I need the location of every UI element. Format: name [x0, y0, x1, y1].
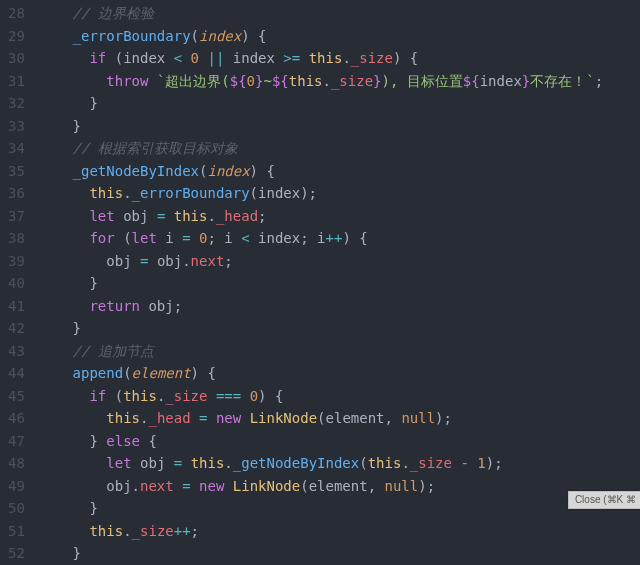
code-line[interactable]: let obj = this._getNodeByIndex(this._siz… — [39, 452, 640, 475]
code-line[interactable]: } — [39, 272, 640, 295]
line-number: 35 — [8, 160, 25, 183]
line-number: 28 — [8, 2, 25, 25]
code-line[interactable]: append(element) { — [39, 362, 640, 385]
line-number: 47 — [8, 430, 25, 453]
line-number: 29 — [8, 25, 25, 48]
code-line[interactable]: if (this._size === 0) { — [39, 385, 640, 408]
code-area[interactable]: // 边界检验 _errorBoundary(index) { if (inde… — [39, 0, 640, 565]
line-number: 45 — [8, 385, 25, 408]
code-line[interactable]: } — [39, 115, 640, 138]
code-line[interactable]: _errorBoundary(index) { — [39, 25, 640, 48]
line-number: 46 — [8, 407, 25, 430]
code-line[interactable]: this._size++; — [39, 520, 640, 543]
code-line[interactable]: _getNodeByIndex(index) { — [39, 160, 640, 183]
close-hint-label: Close (⌘K ⌘ — [575, 494, 636, 505]
line-number: 50 — [8, 497, 25, 520]
line-number: 39 — [8, 250, 25, 273]
code-line[interactable]: for (let i = 0; i < index; i++) { — [39, 227, 640, 250]
code-line[interactable]: } — [39, 497, 640, 520]
line-number: 49 — [8, 475, 25, 498]
line-number: 41 — [8, 295, 25, 318]
line-number: 31 — [8, 70, 25, 93]
line-number: 32 — [8, 92, 25, 115]
code-line[interactable]: obj = obj.next; — [39, 250, 640, 273]
code-line[interactable]: } — [39, 542, 640, 565]
line-number: 36 — [8, 182, 25, 205]
line-number: 52 — [8, 542, 25, 565]
code-line[interactable]: // 边界检验 — [39, 2, 640, 25]
line-number: 42 — [8, 317, 25, 340]
line-number: 30 — [8, 47, 25, 70]
code-line[interactable]: } — [39, 92, 640, 115]
code-line[interactable]: // 追加节点 — [39, 340, 640, 363]
line-number: 43 — [8, 340, 25, 363]
line-number: 48 — [8, 452, 25, 475]
line-number: 34 — [8, 137, 25, 160]
line-number: 51 — [8, 520, 25, 543]
code-line[interactable]: obj.next = new LinkNode(element, null); — [39, 475, 640, 498]
line-number: 38 — [8, 227, 25, 250]
line-number-gutter: 2829303132333435363738394041424344454647… — [0, 0, 39, 565]
code-editor[interactable]: 2829303132333435363738394041424344454647… — [0, 0, 640, 565]
close-hint-widget[interactable]: Close (⌘K ⌘ — [568, 491, 640, 509]
line-number: 40 — [8, 272, 25, 295]
code-line[interactable]: let obj = this._head; — [39, 205, 640, 228]
code-line[interactable]: } — [39, 317, 640, 340]
code-line[interactable]: if (index < 0 || index >= this._size) { — [39, 47, 640, 70]
code-line[interactable]: return obj; — [39, 295, 640, 318]
code-line[interactable]: } else { — [39, 430, 640, 453]
code-line[interactable]: throw `超出边界(${0}~${this._size}), 目标位置${i… — [39, 70, 640, 93]
line-number: 33 — [8, 115, 25, 138]
line-number: 37 — [8, 205, 25, 228]
line-number: 44 — [8, 362, 25, 385]
code-line[interactable]: this._head = new LinkNode(element, null)… — [39, 407, 640, 430]
code-line[interactable]: this._errorBoundary(index); — [39, 182, 640, 205]
code-line[interactable]: // 根据索引获取目标对象 — [39, 137, 640, 160]
